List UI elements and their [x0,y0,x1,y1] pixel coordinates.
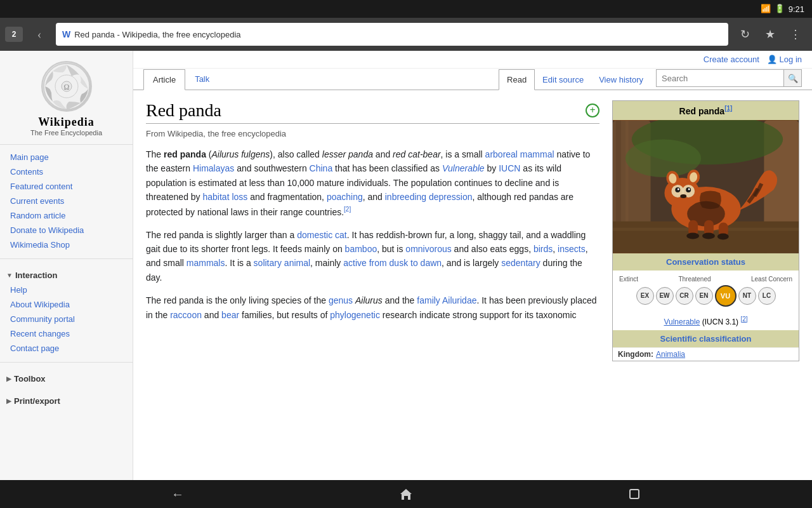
link-solitary-animal[interactable]: solitary animal [254,258,310,268]
sidebar-item-community[interactable]: Community portal [0,312,133,326]
status-icons: 📶 🔋 9:21 [761,4,804,14]
link-poaching[interactable]: poaching [327,192,363,202]
android-nav-bar: ← [0,480,812,508]
status-time: 9:21 [789,4,804,14]
article-subtitle: From Wikipedia, the free encyclopedia [146,129,599,138]
link-active-dusk-dawn[interactable]: active from dusk to dawn [343,258,442,268]
link-bear[interactable]: bear [221,310,239,320]
vulnerable-link[interactable]: Vulnerable [664,318,700,326]
sidebar-item-wikimedia-shop[interactable]: Wikimedia Shop [0,237,133,252]
tab-group-left: Article Talk [143,69,219,90]
tab-talk[interactable]: Talk [185,69,219,90]
home-icon [399,487,413,501]
sidebar-item-help[interactable]: Help [0,283,133,297]
svg-rect-33 [630,490,639,498]
sidebar-item-donate[interactable]: Donate to Wikipedia [0,223,133,237]
printexport-arrow-icon: ▶ [6,398,11,404]
sidebar-printexport-section: ▶ Print/export [0,389,133,411]
link-mammals[interactable]: mammals [187,258,225,268]
article-paragraph-1: The red panda (Ailurus fulgens), also ca… [146,147,599,219]
badge-CR: CR [676,287,693,305]
android-back-button[interactable]: ← [165,481,190,507]
sidebar-item-main-page[interactable]: Main page [0,150,133,164]
link-bamboo[interactable]: bamboo [345,244,377,254]
sidebar-item-contact[interactable]: Contact page [0,341,133,356]
iucn-ref[interactable]: [2] [740,316,747,323]
browser-actions: ↻ ★ ⋮ [733,23,807,46]
content-area: Create account 👤 Log in Article Talk Rea… [133,51,812,480]
printexport-header[interactable]: ▶ Print/export [0,394,133,408]
tab-count-badge[interactable]: 2 [5,27,23,42]
badge-VU: VU [715,285,737,307]
link-arboreal-mammal[interactable]: arboreal mammal [485,149,554,159]
link-china[interactable]: China [310,163,333,173]
android-home-button[interactable] [393,481,419,507]
create-account-link[interactable]: Create account [704,55,759,64]
tab-viewhistory[interactable]: View history [591,70,651,90]
sidebar-item-contents[interactable]: Contents [0,164,133,179]
interaction-header[interactable]: ▼ Interaction [0,268,133,283]
svg-point-22 [680,194,686,198]
wiki-globe-svg: Ω [43,62,91,110]
tab-article[interactable]: Article [143,69,185,90]
label-threatened: Threatened [678,276,710,283]
sidebar: Ω Wikipedia The Free Encyclopedia Main p… [0,51,133,480]
sidebar-item-random[interactable]: Random article [0,208,133,223]
kingdom-link[interactable]: Animalia [656,350,685,359]
infobox-image [613,120,799,253]
android-recents-button[interactable] [622,481,647,507]
link-sedentary[interactable]: sedentary [501,258,540,268]
svg-text:Ω: Ω [63,83,69,91]
search-box[interactable]: 🔍 [656,69,802,87]
link-inbreeding[interactable]: inbreeding depression [385,192,473,202]
badge-LC: LC [758,287,776,305]
infobox-sci-title: Scientific classification [613,330,799,347]
sidebar-item-featured[interactable]: Featured content [0,179,133,194]
tab-read[interactable]: Read [499,69,535,90]
link-omnivorous[interactable]: omnivorous [405,244,451,254]
sidebar-item-current-events[interactable]: Current events [0,194,133,208]
url-text[interactable]: Red panda - Wikipedia, the free encyclop… [74,30,240,39]
browser-back-button[interactable]: ‹ [28,23,51,46]
link-habitat-loss[interactable]: habitat loss [203,192,248,202]
link-birds[interactable]: birds [534,244,553,254]
top-bar: Create account 👤 Log in [133,51,812,69]
reload-button[interactable]: ↻ [733,23,756,46]
interaction-label: Interaction [15,271,57,280]
infobox-conservation-title: Conservation status [613,253,799,271]
tab-editsource[interactable]: Edit source [535,70,591,90]
label-extinct: Extinct [619,276,638,283]
link-insects[interactable]: insects [558,244,586,254]
address-bar[interactable]: W Red panda - Wikipedia, the free encycl… [56,23,728,46]
sidebar-item-about[interactable]: About Wikipedia [0,297,133,312]
link-phylogenetic[interactable]: phylogenetic [330,310,380,320]
login-link[interactable]: 👤 Log in [767,55,802,64]
bookmark-button[interactable]: ★ [759,23,782,46]
wiki-subtitle: The Free Encyclopedia [30,129,102,137]
search-button[interactable]: 🔍 [783,70,801,86]
link-genus[interactable]: genus [329,295,353,305]
sidebar-item-recent-changes[interactable]: Recent changes [0,326,133,341]
link-domestic-cat[interactable]: domestic cat [297,230,347,240]
badge-NT: NT [738,287,756,305]
search-input[interactable] [657,70,783,86]
vulnerable-label: Vulnerable (IUCN 3.1) [2] [613,312,799,330]
link-himalayas[interactable]: Himalayas [193,163,234,173]
kingdom-label: Kingdom: [618,350,656,359]
infobox: Red panda[1] [612,100,799,361]
ref-2[interactable]: [2] [344,206,351,213]
interaction-arrow-icon: ▼ [6,272,13,279]
browser-menu-button[interactable]: ⋮ [784,23,807,46]
panda-image-svg [613,120,799,253]
toolbox-header[interactable]: ▶ Toolbox [0,371,133,386]
toolbox-arrow-icon: ▶ [6,375,11,382]
kingdom-value: Animalia [656,350,685,359]
link-raccoon[interactable]: raccoon [170,310,202,320]
infobox-title-ref[interactable]: [1] [724,105,732,112]
wiki-title: Wikipedia [38,116,95,129]
badge-EW: EW [656,287,674,305]
link-iucn[interactable]: IUCN [499,163,520,173]
link-ailuridae[interactable]: family Ailuridae [417,295,476,305]
article-add-icon[interactable]: + [586,104,599,117]
link-vulnerable[interactable]: Vulnerable [442,163,485,173]
